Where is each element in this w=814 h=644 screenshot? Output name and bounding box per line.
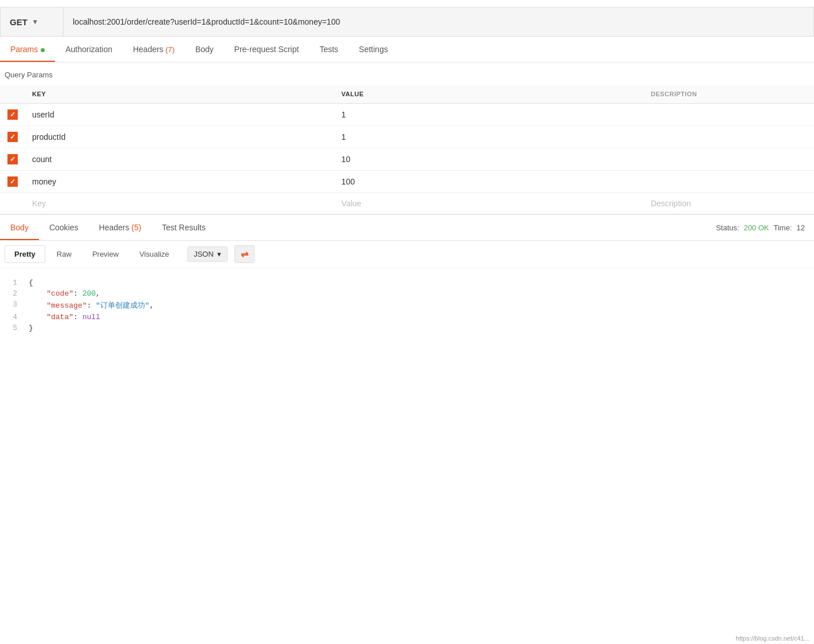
view-tab-visualize[interactable]: Visualize xyxy=(130,246,178,262)
row-key: productId xyxy=(25,126,335,148)
url-input[interactable] xyxy=(64,17,813,26)
row-checkbox[interactable] xyxy=(0,148,25,171)
tab-headers[interactable]: Headers (7) xyxy=(123,37,185,62)
placeholder-row: Key Value Description xyxy=(0,193,814,214)
wrap-button[interactable]: ⇌ xyxy=(234,245,255,263)
response-tab-headers[interactable]: Headers (5) xyxy=(89,215,152,240)
line-content: "data": null xyxy=(29,313,814,321)
checkbox-checked[interactable] xyxy=(7,154,18,164)
time-label: Time: xyxy=(774,223,792,232)
line-number: 4 xyxy=(0,313,29,321)
params-dot xyxy=(41,48,45,52)
view-tab-pretty[interactable]: Pretty xyxy=(5,245,45,263)
row-checkbox[interactable] xyxy=(0,171,25,193)
line-content: "message": "订单创建成功", xyxy=(29,300,814,311)
placeholder-description[interactable]: Description xyxy=(644,193,814,214)
tab-params[interactable]: Params xyxy=(0,37,55,62)
view-tab-preview[interactable]: Preview xyxy=(83,246,128,262)
line-number: 1 xyxy=(0,278,29,287)
code-line: 4 "data": null xyxy=(0,312,814,323)
placeholder-check xyxy=(0,193,25,214)
row-value: 100 xyxy=(335,171,644,193)
table-row: userId 1 xyxy=(0,104,814,126)
table-row: money 100 xyxy=(0,171,814,193)
code-line: 5} xyxy=(0,323,814,333)
method-label: GET xyxy=(10,17,28,27)
tab-tests[interactable]: Tests xyxy=(309,37,349,62)
status-area: Status: 200 OK Time: 12 xyxy=(716,223,814,232)
response-code-block: 1{2 "code": 200,3 "message": "订单创建成功",4 … xyxy=(0,268,814,343)
row-description xyxy=(644,148,814,171)
tab-settings[interactable]: Settings xyxy=(349,37,398,62)
format-value: JSON xyxy=(194,250,214,258)
line-content: { xyxy=(29,278,814,287)
line-number: 3 xyxy=(0,300,29,309)
checkbox-checked[interactable] xyxy=(7,132,18,142)
row-description xyxy=(644,104,814,126)
tab-authorization[interactable]: Authorization xyxy=(55,37,123,62)
wrap-icon: ⇌ xyxy=(241,249,248,260)
line-number: 2 xyxy=(0,289,29,298)
col-value: VALUE xyxy=(335,85,644,104)
method-selector[interactable]: GET ▾ xyxy=(1,7,64,36)
code-line: 1{ xyxy=(0,277,814,288)
col-key: KEY xyxy=(25,85,335,104)
checkbox-checked[interactable] xyxy=(7,176,18,187)
table-row: count 10 xyxy=(0,148,814,171)
tab-prerequest[interactable]: Pre-request Script xyxy=(224,37,310,62)
row-checkbox[interactable] xyxy=(0,126,25,148)
col-check xyxy=(0,85,25,104)
response-tab-body[interactable]: Body xyxy=(0,215,39,240)
row-checkbox[interactable] xyxy=(0,104,25,126)
row-description xyxy=(644,126,814,148)
row-value: 1 xyxy=(335,104,644,126)
line-content: } xyxy=(29,324,814,332)
response-tab-test-results[interactable]: Test Results xyxy=(151,215,216,240)
query-params-title: Query Params xyxy=(0,62,814,85)
params-table: KEY VALUE DESCRIPTION userId 1 productId… xyxy=(0,85,814,214)
view-tab-raw[interactable]: Raw xyxy=(48,246,81,262)
tab-body[interactable]: Body xyxy=(185,37,224,62)
format-selector[interactable]: JSON ▾ xyxy=(187,246,228,262)
code-line: 2 "code": 200, xyxy=(0,288,814,299)
row-description xyxy=(644,171,814,193)
time-value: 12 xyxy=(797,223,805,232)
row-value: 10 xyxy=(335,148,644,171)
code-line: 3 "message": "订单创建成功", xyxy=(0,299,814,312)
line-content: "code": 200, xyxy=(29,289,814,298)
view-tabs-bar: Pretty Raw Preview Visualize JSON ▾ ⇌ xyxy=(0,241,814,268)
response-tab-cookies[interactable]: Cookies xyxy=(39,215,89,240)
table-row: productId 1 xyxy=(0,126,814,148)
placeholder-key[interactable]: Key xyxy=(25,193,335,214)
method-chevron: ▾ xyxy=(33,18,37,26)
status-label: Status: xyxy=(716,223,739,232)
row-key: count xyxy=(25,148,335,171)
status-value: 200 OK xyxy=(743,223,769,232)
url-bar: GET ▾ xyxy=(0,7,814,37)
col-description: DESCRIPTION xyxy=(644,85,814,104)
line-number: 5 xyxy=(0,324,29,332)
table-header: KEY VALUE DESCRIPTION xyxy=(0,85,814,104)
row-key: money xyxy=(25,171,335,193)
checkbox-checked[interactable] xyxy=(7,109,18,120)
placeholder-value[interactable]: Value xyxy=(335,193,644,214)
response-tabs: Body Cookies Headers (5) Test Results St… xyxy=(0,215,814,241)
row-value: 1 xyxy=(335,126,644,148)
format-chevron: ▾ xyxy=(217,250,221,258)
row-key: userId xyxy=(25,104,335,126)
request-tabs: Params Authorization Headers (7) Body Pr… xyxy=(0,37,814,62)
